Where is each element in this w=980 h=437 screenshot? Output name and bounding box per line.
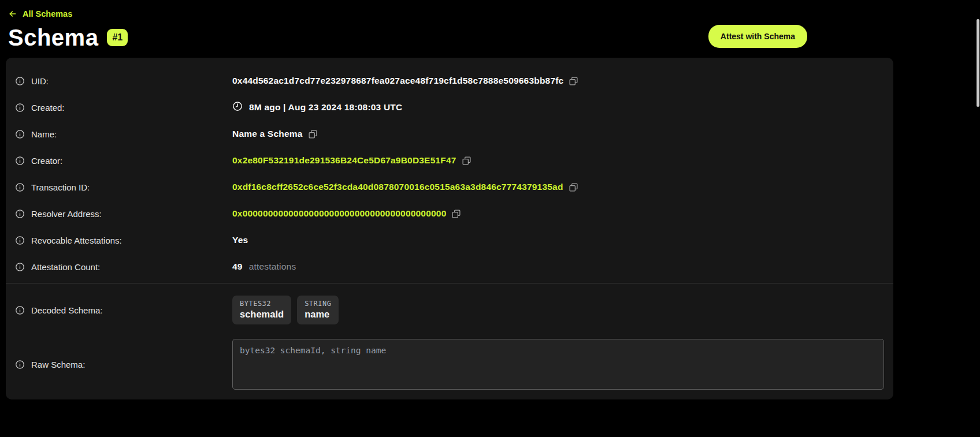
creator-address-link[interactable]: 0x2e80F532191de291536B24Ce5D67a9B0D3E51F…	[232, 155, 456, 166]
attestation-count-value: 49 attestations	[232, 262, 884, 272]
created-value: 8M ago | Aug 23 2024 18:08:03 UTC	[232, 101, 884, 114]
transaction-id-value: 0xdf16c8cff2652c6ce52f3cda40d0878070016c…	[232, 182, 884, 192]
page-title: Schema	[8, 26, 98, 49]
raw-schema-label: Raw Schema:	[15, 360, 232, 369]
info-icon	[15, 182, 25, 192]
arrow-left-icon	[8, 9, 17, 18]
creator-value: 0x2e80F532191de291536B24Ce5D67a9B0D3E51F…	[232, 155, 884, 166]
transaction-id-row: Transaction ID: 0xdf16c8cff2652c6ce52f3c…	[15, 174, 884, 200]
copy-icon[interactable]	[569, 182, 578, 192]
uid-label: UID:	[15, 76, 232, 86]
attest-with-schema-button[interactable]: Attest with Schema	[708, 25, 807, 48]
resolver-address-link[interactable]: 0x00000000000000000000000000000000000000…	[232, 208, 446, 219]
copy-icon[interactable]	[462, 156, 472, 166]
created-label: Created:	[15, 103, 232, 113]
info-icon	[15, 262, 25, 272]
field-name: name	[305, 309, 331, 320]
copy-icon[interactable]	[308, 129, 318, 139]
info-icon	[15, 209, 25, 219]
raw-schema-row: Raw Schema: bytes32 schemaId, string nam…	[15, 335, 884, 400]
field-name: schemaId	[240, 309, 284, 320]
created-row: Created: 8M ago | Aug 23 2024 18:08:03 U…	[15, 94, 884, 121]
decoded-schema-chips: BYTES32 schemaId STRING name	[232, 296, 884, 324]
scrollbar-thumb[interactable]	[977, 19, 979, 107]
schema-detail-card: UID: 0x44d562ac1d7cd77e232978687fea027ac…	[6, 58, 893, 399]
revocable-row: Revocable Attestations: Yes	[15, 227, 884, 253]
transaction-id-label: Transaction ID:	[15, 182, 232, 192]
creator-row: Creator: 0x2e80F532191de291536B24Ce5D67a…	[15, 147, 884, 174]
info-icon	[15, 76, 25, 86]
info-icon	[15, 236, 25, 245]
back-link-label: All Schemas	[23, 9, 72, 18]
schema-field-chip: BYTES32 schemaId	[232, 296, 291, 324]
uid-row: UID: 0x44d562ac1d7cd77e232978687fea027ac…	[15, 68, 884, 94]
revocable-value: Yes	[232, 235, 884, 245]
clock-icon	[232, 101, 243, 114]
info-icon	[15, 156, 25, 166]
vertical-scrollbar	[977, 0, 979, 437]
info-icon	[15, 103, 25, 113]
revocable-label: Revocable Attestations:	[15, 236, 232, 245]
attestation-count-label: Attestation Count:	[15, 262, 232, 272]
schema-id-badge: #1	[107, 29, 128, 46]
decoded-schema-label: Decoded Schema:	[15, 305, 232, 315]
copy-icon[interactable]	[451, 209, 461, 219]
back-to-all-schemas-link[interactable]: All Schemas	[8, 9, 72, 18]
attestation-count-row: Attestation Count: 49 attestations	[15, 253, 884, 280]
name-row: Name: Name a Schema	[15, 121, 884, 147]
attestation-count-number: 49	[232, 262, 243, 272]
name-label: Name:	[15, 129, 232, 139]
resolver-address-label: Resolver Address:	[15, 209, 232, 219]
field-type: STRING	[305, 300, 331, 308]
decoded-schema-row: Decoded Schema: BYTES32 schemaId STRING …	[15, 283, 884, 335]
info-icon	[15, 360, 25, 369]
name-value: Name a Schema	[232, 129, 884, 139]
attestation-count-suffix: attestations	[249, 262, 296, 272]
raw-schema-textarea[interactable]: bytes32 schemaId, string name	[232, 339, 884, 390]
copy-icon[interactable]	[569, 76, 578, 86]
info-icon	[15, 305, 25, 315]
resolver-address-row: Resolver Address: 0x00000000000000000000…	[15, 200, 884, 227]
transaction-id-link[interactable]: 0xdf16c8cff2652c6ce52f3cda40d0878070016c…	[232, 182, 563, 192]
creator-label: Creator:	[15, 156, 232, 166]
page-header: All Schemas Schema #1 Attest with Schema	[0, 0, 894, 49]
schema-field-chip: STRING name	[297, 296, 339, 324]
resolver-address-value: 0x00000000000000000000000000000000000000…	[232, 208, 884, 219]
uid-value: 0x44d562ac1d7cd77e232978687fea027ace48f7…	[232, 76, 884, 86]
field-type: BYTES32	[240, 300, 284, 308]
info-icon	[15, 129, 25, 139]
